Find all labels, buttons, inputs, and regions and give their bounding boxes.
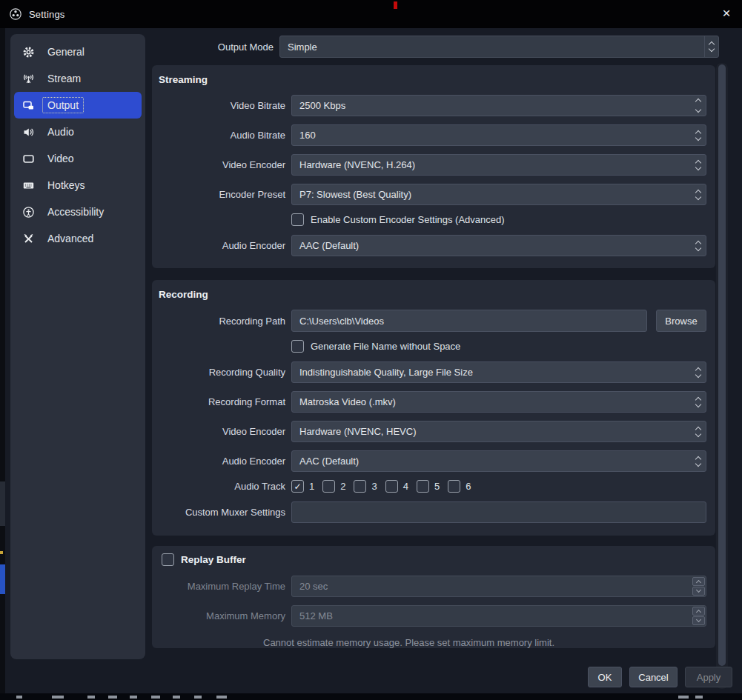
sidebar-item-advanced[interactable]: Advanced	[14, 225, 142, 252]
background-window-fragment	[0, 551, 3, 554]
scrollbar-thumb[interactable]	[718, 64, 726, 666]
recording-format-label: Recording Format	[159, 396, 285, 407]
background-window-fragment	[0, 564, 5, 594]
speaker-icon	[21, 125, 35, 139]
audio-encoder-value: AAC (Default)	[299, 240, 359, 251]
no-space-row: Generate File Name without Space	[159, 340, 709, 353]
audio-track-3-label: 3	[371, 481, 377, 492]
recording-path-row: Recording Path Browse	[159, 310, 709, 332]
audio-encoder-select[interactable]: AAC (Default)	[291, 235, 706, 256]
apply-button: Apply	[685, 667, 732, 687]
video-bitrate-label: Video Bitrate	[159, 100, 285, 111]
vertical-scrollbar[interactable]	[716, 63, 728, 689]
replay-buffer-row: Replay Buffer	[159, 553, 709, 566]
keyboard-icon	[21, 179, 35, 192]
tools-icon	[21, 232, 35, 245]
max-memory-label: Maximum Memory	[159, 610, 285, 621]
video-bitrate-value: 2500 Kbps	[299, 100, 345, 111]
recording-format-select[interactable]: Matroska Video (.mkv)	[291, 391, 706, 413]
chevron-up-down-icon	[696, 184, 700, 204]
audio-track-4-checkbox[interactable]	[385, 480, 398, 493]
audio-track-6-checkbox[interactable]	[448, 480, 460, 493]
sidebar-item-audio[interactable]: Audio	[14, 119, 142, 145]
spin-up-icon	[692, 577, 705, 586]
audio-track-5-label: 5	[434, 481, 440, 492]
cancel-button[interactable]: Cancel	[629, 667, 678, 687]
dialog-footer: OK Cancel Apply	[588, 667, 732, 687]
max-replay-time-spinner: 20 sec	[291, 576, 706, 597]
sidebar-item-label: Advanced	[42, 230, 99, 247]
audio-track-row: Audio Track 1 2 3 4 5 6	[159, 480, 709, 493]
output-mode-label: Output Mode	[5, 41, 279, 53]
sidebar-item-stream[interactable]: Stream	[14, 65, 142, 92]
max-memory-row: Maximum Memory 512 MB	[159, 605, 709, 627]
audio-encoder-row: Audio Encoder AAC (Default)	[159, 235, 709, 256]
audio-track-2-label: 2	[340, 481, 345, 492]
sidebar-item-hotkeys[interactable]: Hotkeys	[14, 172, 142, 199]
replay-buffer-section: Replay Buffer Maximum Replay Time 20 sec…	[152, 546, 715, 648]
muxer-input[interactable]	[291, 501, 706, 523]
video-encoder-row: Video Encoder Hardware (NVENC, H.264)	[159, 154, 709, 176]
no-space-checkbox[interactable]	[291, 340, 304, 353]
chevron-up-down-icon	[704, 36, 718, 57]
ok-button[interactable]: OK	[588, 667, 622, 687]
sidebar-item-output[interactable]: Output	[14, 92, 142, 119]
audio-track-6-label: 6	[466, 481, 471, 492]
custom-encoder-checkbox[interactable]	[291, 213, 304, 226]
chevron-up-down-icon	[696, 451, 700, 471]
sidebar-item-accessibility[interactable]: Accessibility	[14, 199, 142, 225]
video-encoder-select[interactable]: Hardware (NVENC, H.264)	[291, 154, 706, 176]
muxer-row: Custom Muxer Settings	[159, 501, 709, 523]
encoder-preset-row: Encoder Preset P7: Slowest (Best Quality…	[159, 184, 709, 205]
recording-section: Recording Recording Path Browse Generate…	[152, 280, 715, 536]
max-replay-time-row: Maximum Replay Time 20 sec	[159, 576, 709, 597]
recording-path-label: Recording Path	[159, 316, 285, 327]
spin-up-icon	[692, 607, 705, 616]
video-encoder-value: Hardware (NVENC, H.264)	[299, 159, 415, 170]
close-button[interactable]: ×	[715, 0, 738, 27]
recording-path-input[interactable]	[291, 310, 647, 332]
encoder-preset-select[interactable]: P7: Slowest (Best Quality)	[291, 184, 706, 205]
accessibility-icon	[21, 205, 35, 219]
rec-audio-encoder-value: AAC (Default)	[299, 456, 359, 467]
rec-audio-encoder-select[interactable]: AAC (Default)	[291, 450, 706, 472]
settings-dialog: General Stream Output	[5, 28, 742, 693]
recording-quality-label: Recording Quality	[159, 367, 285, 378]
custom-encoder-row: Enable Custom Encoder Settings (Advanced…	[159, 213, 709, 226]
max-replay-time-label: Maximum Replay Time	[159, 581, 285, 592]
monitor-icon	[21, 152, 35, 165]
rec-video-encoder-row: Video Encoder Hardware (NVENC, HEVC)	[159, 421, 709, 442]
video-bitrate-spinner[interactable]: 2500 Kbps	[291, 95, 706, 116]
sidebar-item-video[interactable]: Video	[14, 145, 142, 172]
recording-section-title: Recording	[159, 289, 715, 300]
audio-track-label: Audio Track	[159, 481, 285, 492]
audio-track-checkboxes: 1 2 3 4 5 6	[291, 480, 474, 493]
audio-bitrate-select[interactable]: 160	[291, 124, 706, 146]
browse-button[interactable]: Browse	[656, 310, 706, 332]
video-bitrate-row: Video Bitrate 2500 Kbps	[159, 95, 709, 116]
spinner-arrows-icon[interactable]	[696, 96, 700, 116]
audio-track-3-checkbox[interactable]	[354, 480, 366, 493]
output-mode-value: Simple	[288, 41, 317, 53]
max-memory-value: 512 MB	[299, 610, 333, 621]
audio-track-2-checkbox[interactable]	[322, 480, 335, 493]
no-space-checkbox-label: Generate File Name without Space	[311, 341, 460, 352]
replay-buffer-checkbox-label: Replay Buffer	[181, 554, 246, 565]
rec-video-encoder-select[interactable]: Hardware (NVENC, HEVC)	[291, 421, 706, 442]
recording-path-input-field[interactable]	[292, 310, 646, 331]
audio-track-5-checkbox[interactable]	[417, 480, 429, 493]
background-window-fragment	[0, 481, 5, 526]
muxer-input-field[interactable]	[292, 502, 706, 522]
audio-encoder-label: Audio Encoder	[159, 240, 285, 251]
recording-quality-row: Recording Quality Indistinguishable Qual…	[159, 361, 709, 383]
spinner-buttons	[692, 577, 705, 596]
streaming-section: Streaming Video Bitrate 2500 Kbps Audio …	[152, 65, 715, 268]
broadcast-icon	[21, 72, 35, 85]
audio-track-1-checkbox[interactable]	[291, 480, 304, 493]
encoder-preset-label: Encoder Preset	[159, 189, 285, 200]
replay-buffer-checkbox[interactable]	[162, 553, 174, 566]
encoder-preset-value: P7: Slowest (Best Quality)	[299, 189, 411, 200]
output-mode-select[interactable]: Simple	[279, 36, 719, 58]
audio-bitrate-value: 160	[299, 130, 316, 141]
recording-quality-select[interactable]: Indistinguishable Quality, Large File Si…	[291, 361, 706, 383]
